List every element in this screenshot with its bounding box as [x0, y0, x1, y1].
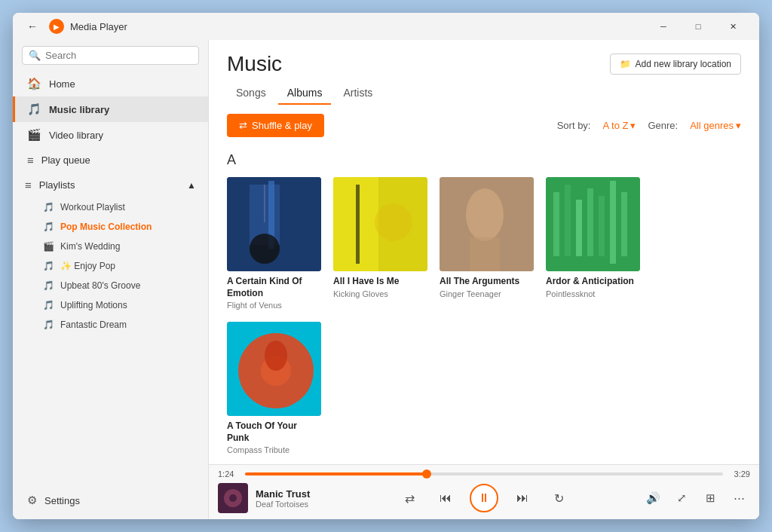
- album-artist-4: Compass Tribute: [227, 445, 321, 454]
- add-library-button[interactable]: 📁 Add new library location: [610, 54, 741, 75]
- tab-albums[interactable]: Albums: [278, 82, 332, 105]
- now-playing-thumb: [218, 483, 248, 513]
- album-card-2[interactable]: All The Arguments Ginger Teenager: [440, 177, 534, 310]
- sidebar-item-music-library-label: Music library: [49, 104, 109, 115]
- playlist-item-workout[interactable]: 🎵 Workout Playlist: [13, 197, 208, 217]
- center-controls: ⇄ ⏮ ⏸ ⏭ ↻: [384, 484, 584, 512]
- playlists-icon: ≡: [25, 179, 32, 191]
- total-time: 3:29: [729, 469, 750, 478]
- progress-fill: [245, 472, 427, 475]
- sidebar-item-video-library-label: Video library: [49, 130, 103, 141]
- genre-label: Genre:: [648, 120, 678, 131]
- controls-row: ⇄ Shuffle & play Sort by: A to Z ▾ Genre…: [209, 105, 759, 146]
- more-options-button[interactable]: ⋯: [728, 487, 750, 509]
- next-button[interactable]: ⏭: [510, 486, 535, 510]
- track-name: Manic Trust: [256, 488, 384, 500]
- tabs: Songs Albums Artists: [227, 82, 741, 105]
- albums-grid-a: A Certain Kind Of Emotion Flight of Venu…: [227, 177, 741, 454]
- play-pause-button[interactable]: ⏸: [470, 484, 498, 512]
- shuffle-label: Shuffle & play: [252, 120, 312, 131]
- album-title-3: Ardor & Anticipation: [546, 276, 640, 288]
- album-artist-0: Flight of Venus: [227, 301, 321, 310]
- album-card-0[interactable]: A Certain Kind Of Emotion Flight of Venu…: [227, 177, 321, 310]
- playlists-header[interactable]: ≡ Playlists ▲: [13, 173, 208, 197]
- track-info: Manic Trust Deaf Tortoises: [256, 488, 384, 509]
- close-button[interactable]: ✕: [715, 13, 750, 40]
- play-queue-icon: ≡: [27, 154, 34, 167]
- previous-button[interactable]: ⏮: [433, 486, 458, 510]
- svg-rect-13: [553, 192, 559, 256]
- album-card-1[interactable]: All I Have Is Me Kicking Gloves: [333, 177, 427, 310]
- player-bar: 1:24 3:29: [209, 464, 759, 519]
- album-art-1: [333, 177, 427, 271]
- playlist-item-80s-groove-label: Upbeat 80's Groove: [60, 280, 140, 291]
- svg-rect-14: [565, 185, 571, 256]
- playlist-item-enjoy-pop-label: ✨ Enjoy Pop: [60, 261, 115, 271]
- app-icon: ▶: [49, 19, 64, 34]
- playlist-item-fantastic-icon: 🎵: [43, 320, 54, 330]
- svg-rect-11: [470, 237, 500, 271]
- album-art-4: [227, 322, 321, 416]
- playlist-item-80s-groove[interactable]: 🎵 Upbeat 80's Groove: [13, 276, 208, 295]
- progress-track[interactable]: [245, 472, 723, 475]
- albums-scroll[interactable]: A A Certain Kind Of Emotion: [209, 146, 759, 464]
- sort-genre-controls: Sort by: A to Z ▾ Genre: All genres ▾: [557, 120, 741, 131]
- album-artist-1: Kicking Gloves: [333, 289, 427, 298]
- search-box[interactable]: 🔍: [22, 46, 199, 65]
- playlist-item-fantastic[interactable]: 🎵 Fantastic Dream: [13, 315, 208, 335]
- repeat-button[interactable]: ↻: [547, 486, 571, 510]
- sidebar-item-settings[interactable]: ⚙ Settings: [13, 488, 208, 513]
- album-title-4: A Touch Of Your Punk: [227, 420, 321, 444]
- tab-artists[interactable]: Artists: [334, 82, 381, 105]
- album-title-0: A Certain Kind Of Emotion: [227, 276, 321, 299]
- svg-rect-16: [587, 188, 593, 256]
- settings-icon: ⚙: [27, 494, 37, 507]
- search-input[interactable]: [45, 50, 192, 61]
- genre-chevron-icon: ▾: [736, 120, 741, 131]
- album-title-1: All I Have Is Me: [333, 276, 427, 288]
- svg-rect-18: [610, 181, 616, 264]
- playlist-item-kims-wedding[interactable]: 🎬 Kim's Wedding: [13, 237, 208, 256]
- genre-value[interactable]: All genres ▾: [690, 120, 741, 131]
- minimize-button[interactable]: ─: [646, 13, 681, 40]
- shuffle-button[interactable]: ⇄ Shuffle & play: [227, 114, 324, 137]
- playlist-item-kims-wedding-label: Kim's Wedding: [60, 241, 120, 252]
- back-button[interactable]: ←: [22, 16, 43, 37]
- content-area: 🔍 🏠 Home 🎵 Music library 🎬 Video library…: [13, 40, 759, 519]
- svg-point-3: [250, 234, 280, 264]
- album-art-2: [440, 177, 534, 271]
- add-library-icon: 📁: [620, 59, 631, 69]
- sidebar-item-music-library[interactable]: 🎵 Music library: [13, 96, 208, 122]
- album-art-3: [546, 177, 640, 271]
- volume-button[interactable]: 🔊: [642, 487, 664, 509]
- album-card-3[interactable]: Ardor & Anticipation Pointlessknot: [546, 177, 640, 310]
- now-playing: Manic Trust Deaf Tortoises: [218, 483, 384, 513]
- album-artist-3: Pointlessknot: [546, 289, 640, 298]
- svg-point-10: [466, 188, 504, 241]
- svg-rect-15: [576, 200, 582, 256]
- shuffle-icon: ⇄: [239, 120, 247, 131]
- tab-songs[interactable]: Songs: [227, 82, 275, 105]
- main-title-row: Music 📁 Add new library location: [227, 52, 741, 76]
- sidebar-item-play-queue[interactable]: ≡ Play queue: [13, 148, 208, 173]
- expand-button[interactable]: ⤢: [670, 487, 693, 509]
- mini-player-button[interactable]: ⊞: [699, 487, 721, 509]
- sidebar-item-home[interactable]: 🏠 Home: [13, 71, 208, 96]
- playlist-item-enjoy-pop[interactable]: 🎵 ✨ Enjoy Pop: [13, 256, 208, 276]
- page-title: Music: [227, 52, 282, 76]
- album-card-4[interactable]: A Touch Of Your Punk Compass Tribute: [227, 322, 321, 454]
- playlist-item-workout-label: Workout Playlist: [60, 202, 125, 212]
- main-content: Music 📁 Add new library location Songs A…: [209, 40, 759, 519]
- sort-value[interactable]: A to Z ▾: [602, 120, 636, 131]
- progress-row: 1:24 3:29: [209, 465, 759, 478]
- playlist-item-uplifting[interactable]: 🎵 Uplifting Motions: [13, 295, 208, 315]
- sidebar-item-video-library[interactable]: 🎬 Video library: [13, 122, 208, 148]
- sort-chevron-icon: ▾: [630, 120, 636, 131]
- app-window: ← ▶ Media Player ─ □ ✕ 🔍 🏠 Home 🎵 Music …: [13, 13, 759, 519]
- playlist-item-pop[interactable]: 🎵 Pop Music Collection: [13, 217, 208, 237]
- section-letter-a: A: [227, 152, 741, 168]
- titlebar: ← ▶ Media Player ─ □ ✕: [13, 13, 759, 40]
- playlist-item-fantastic-label: Fantastic Dream: [60, 320, 127, 330]
- maximize-button[interactable]: □: [681, 13, 715, 40]
- shuffle-playback-button[interactable]: ⇄: [397, 486, 421, 510]
